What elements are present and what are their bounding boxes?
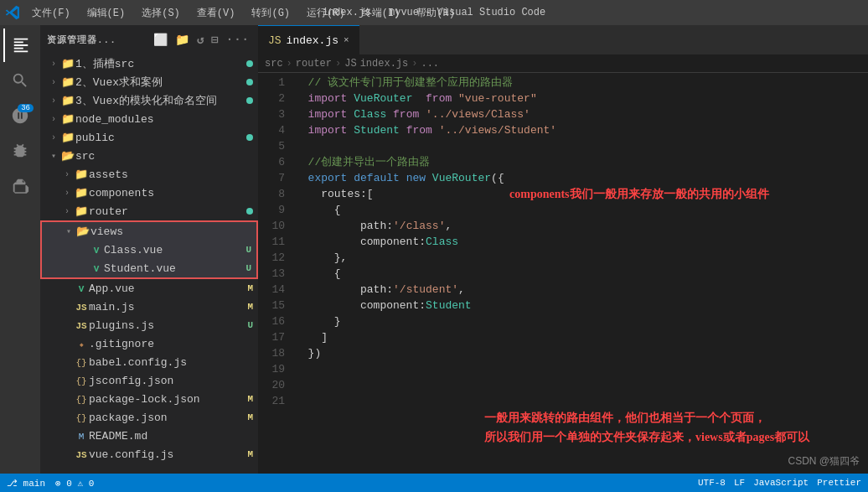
git-branch[interactable]: ⎇ main — [7, 478, 45, 489]
tree-arrow: › — [47, 115, 60, 124]
tree-item-label: node_modules — [75, 113, 258, 126]
file-icon: V — [89, 244, 104, 256]
code-line: // 该文件专门用于创建整个应用的路由器 — [295, 75, 865, 91]
code-line: routes:[ — [295, 186, 865, 202]
code-line: path:'/student', — [295, 282, 865, 298]
sidebar-item-node_modules[interactable]: › 📁 node_modules — [40, 110, 258, 128]
line-number: 9 — [258, 202, 285, 218]
formatter[interactable]: Prettier — [817, 478, 861, 488]
refresh-icon[interactable]: ↺ — [195, 31, 206, 49]
line-number: 21 — [258, 393, 285, 409]
line-number: 1 — [258, 75, 285, 91]
new-file-icon[interactable]: ⬜ — [152, 31, 170, 49]
line-number: 10 — [258, 218, 285, 234]
line-endings[interactable]: LF — [734, 478, 745, 488]
menu-terminal[interactable]: 终端(I) — [355, 4, 407, 22]
sidebar-item-jsconfig[interactable]: {} jsconfig.json — [40, 371, 258, 390]
tree-item-label: babel.config.js — [89, 356, 258, 369]
menu-goto[interactable]: 转到(G) — [245, 4, 297, 22]
file-icon: {} — [74, 412, 89, 424]
errors-count[interactable]: ⊗ 0 ⚠ 0 — [55, 478, 94, 489]
menu-bar[interactable]: 文件(F) 编辑(E) 选择(S) 查看(V) 转到(G) 运行(R) 终端(I… — [25, 4, 462, 22]
sidebar-item-public[interactable]: › 📁 public — [40, 128, 258, 147]
tree-item-label: router — [89, 205, 246, 218]
code-line: component:Student — [295, 298, 865, 313]
sidebar-item-vue-config[interactable]: JS vue.config.js M — [40, 445, 258, 464]
activity-extensions[interactable] — [3, 169, 37, 203]
line-number: 7 — [258, 170, 285, 186]
tree-item-label: plugins.js — [89, 319, 247, 332]
tab-close-icon[interactable]: × — [344, 35, 349, 45]
sidebar-item-app-vue[interactable]: V App.vue M — [40, 279, 258, 298]
code-line: }) — [295, 345, 865, 361]
tree-arrow: ▾ — [47, 151, 60, 161]
sidebar-item-package-json[interactable]: {} package.json M — [40, 408, 258, 427]
menu-help[interactable]: 帮助(H) — [410, 4, 462, 22]
file-icon: JS — [74, 301, 89, 313]
file-icon: M — [74, 430, 89, 443]
code-line: { — [295, 266, 865, 282]
menu-select[interactable]: 选择(S) — [135, 4, 187, 22]
tree-item-label: public — [75, 132, 246, 144]
code-line: } — [295, 313, 865, 329]
main-layout: 36 资源管理器... ⬜ 📁 ↺ ⊟ ··· › 📁 — [0, 25, 868, 474]
sidebar-item-main-js[interactable]: JS main.js M — [40, 298, 258, 316]
sidebar-header-icons[interactable]: ⬜ 📁 ↺ ⊟ ··· — [152, 31, 251, 49]
menu-run[interactable]: 运行(R) — [300, 4, 352, 22]
activity-search[interactable] — [3, 64, 37, 97]
file-icon: ⬥ — [74, 338, 89, 350]
breadcrumb-dots: ... — [421, 58, 439, 70]
code-line: ] — [295, 329, 865, 345]
tree-arrow: ▾ — [62, 226, 75, 236]
tree-item-label: components — [89, 187, 258, 199]
activity-git[interactable]: 36 — [3, 99, 37, 132]
menu-view[interactable]: 查看(V) — [190, 4, 242, 22]
code-line: { — [295, 202, 865, 218]
sidebar-item-插槽src[interactable]: › 📁 1、插槽src — [40, 54, 258, 73]
activity-explorer[interactable] — [3, 28, 37, 62]
tab-bar: JS index.js × — [258, 25, 868, 54]
line-number: 17 — [258, 329, 285, 345]
activity-bar: 36 — [0, 25, 40, 474]
code-line — [295, 138, 865, 154]
sidebar-item-src[interactable]: ▾ 📂 src — [40, 147, 258, 165]
language-mode[interactable]: JavaScript — [753, 478, 809, 488]
sidebar-item-student-vue[interactable]: V Student.vue U — [42, 259, 256, 277]
sidebar-item-readme[interactable]: M README.md — [40, 427, 258, 445]
js-file-icon: JS — [268, 34, 282, 47]
sidebar-item-router[interactable]: › 📁 router — [40, 202, 258, 220]
more-icon[interactable]: ··· — [225, 31, 251, 49]
tree-arrow: › — [60, 207, 74, 216]
sidebar-item-package-lock[interactable]: {} package-lock.json M — [40, 390, 258, 408]
code-line: import Student from '../views/Student' — [295, 122, 865, 138]
sidebar-item-vuex求和案例[interactable]: › 📁 2、Vuex求和案例 — [40, 73, 258, 91]
breadcrumb-file: index.js — [360, 58, 409, 70]
menu-file[interactable]: 文件(F) — [25, 4, 77, 22]
activity-debug[interactable] — [3, 134, 37, 168]
sidebar-item-assets[interactable]: › 📁 assets — [40, 165, 258, 184]
file-icon: 📁 — [74, 205, 89, 218]
sidebar-item-views[interactable]: ▾ 📂 views — [42, 222, 256, 241]
menu-edit[interactable]: 编辑(E) — [80, 4, 132, 22]
tree-item-label: README.md — [89, 430, 258, 443]
file-icon: {} — [74, 393, 89, 406]
encoding[interactable]: UTF-8 — [698, 478, 726, 488]
sidebar-item-components[interactable]: › 📁 components — [40, 184, 258, 202]
sidebar-item-babel-config[interactable]: {} babel.config.js — [40, 353, 258, 371]
sidebar-tree: › 📁 1、插槽src › 📁 2、Vuex求和案例 › 📁 3、Vuex的模块… — [40, 54, 258, 474]
sidebar-item-class-vue[interactable]: V Class.vue U — [42, 241, 256, 259]
tree-item-label: vue.config.js — [89, 448, 247, 461]
new-folder-icon[interactable]: 📁 — [173, 31, 192, 49]
sidebar-item-plugins-js[interactable]: JS plugins.js U — [40, 316, 258, 334]
sidebar-item-gitignore[interactable]: ⬥ .gitignore — [40, 334, 258, 353]
file-icon: V — [74, 282, 89, 295]
code-editor[interactable]: 123456789101112131415161718192021 // 该文件… — [258, 73, 868, 474]
breadcrumb: src › router › JS index.js › ... — [258, 54, 868, 73]
file-icon: JS — [74, 319, 89, 332]
code-content: // 该文件专门用于创建整个应用的路由器 import VueRouter fr… — [292, 73, 868, 474]
collapse-icon[interactable]: ⊟ — [209, 31, 220, 49]
sidebar-item-vuex模块化[interactable]: › 📁 3、Vuex的模块化和命名空间 — [40, 91, 258, 110]
tree-arrow: › — [47, 133, 60, 142]
tab-index-js[interactable]: JS index.js × — [258, 25, 359, 54]
line-number: 8 — [258, 186, 285, 202]
